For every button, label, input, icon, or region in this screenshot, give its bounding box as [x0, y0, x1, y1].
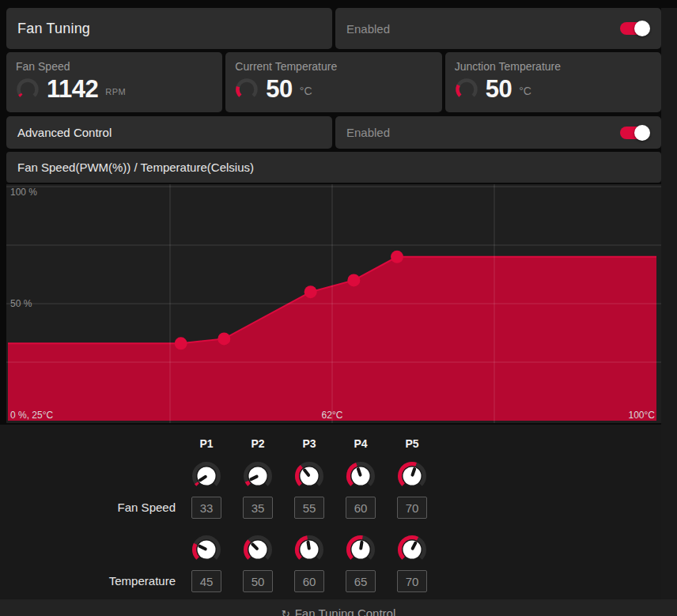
temperature-input-3[interactable]: [294, 570, 324, 592]
advanced-control-toggle[interactable]: [620, 127, 649, 139]
fan-curve-chart[interactable]: 100 %50 %0 %, 25°C62°C100°C: [6, 184, 661, 423]
point-labels-row: P1P2P3P4P5: [0, 437, 661, 452]
fan-speed-knob-5[interactable]: [396, 460, 428, 492]
temperature-knob-5[interactable]: [396, 534, 428, 565]
stat-value: 50: [266, 77, 292, 101]
chart-title: Fan Speed(PWM(%)) / Temperature(Celsius): [17, 161, 254, 174]
axis-tick-label: 0 %, 25°C: [10, 410, 53, 421]
fan-tuning-enable-card: Enabled: [335, 8, 661, 49]
fan-curve-chart-panel: 100 %50 %0 %, 25°C62°C100°C: [6, 184, 661, 423]
stat-card-junction-temperature: Junction Temperature 50 °C: [445, 52, 661, 112]
fan-speed-row-label: Fan Speed: [0, 501, 176, 514]
fan-speed-knob-4[interactable]: [345, 460, 376, 492]
junction-temperature-gauge-icon: [455, 77, 478, 101]
stat-label: Current Temperature: [235, 60, 441, 73]
footer-label: Fan Tuning Control: [295, 607, 396, 616]
stat-unit: °C: [519, 85, 531, 97]
point-label-P5: P5: [405, 437, 418, 450]
fan-speed-knob-3[interactable]: [293, 460, 325, 492]
curve-point-P4[interactable]: [347, 274, 360, 286]
fan-tuning-toggle[interactable]: [620, 22, 649, 35]
point-label-P3: P3: [302, 437, 316, 450]
scrollbar-track[interactable]: [661, 8, 677, 599]
fan-tuning-title-card: Fan Tuning: [6, 8, 332, 49]
fan-speed-input-1[interactable]: [191, 497, 221, 519]
temperature-value-row: Temperature: [0, 570, 661, 592]
fan-tuning-page: Fan Tuning Enabled Fan Speed 1142 RPM Cu…: [0, 0, 677, 616]
toggle-knob-icon: [634, 21, 650, 36]
toggle-knob-icon: [634, 125, 650, 141]
point-label-P2: P2: [251, 437, 264, 450]
temperature-input-2[interactable]: [243, 570, 273, 592]
fan-speed-value-row: Fan Speed: [0, 497, 661, 519]
reset-icon: ↻: [282, 608, 290, 616]
current-temperature-gauge-icon: [235, 77, 259, 101]
fan-speed-input-4[interactable]: [346, 497, 376, 519]
axis-tick-label: 50 %: [10, 298, 32, 309]
fan-speed-input-5[interactable]: [397, 497, 427, 519]
axis-tick-label: 62°C: [322, 410, 343, 421]
axis-tick-label: 100°C: [629, 410, 656, 421]
advanced-control-title-card: Advanced Control: [6, 116, 332, 149]
temperature-knob-row: [0, 534, 661, 565]
fan-tuning-enabled-label: Enabled: [346, 22, 390, 36]
curve-point-P2[interactable]: [217, 332, 230, 345]
curve-point-P5[interactable]: [391, 251, 403, 263]
page-title: Fan Tuning: [17, 21, 90, 37]
temperature-knob-3[interactable]: [293, 534, 325, 565]
fan-speed-knob-row: [0, 460, 661, 492]
curve-point-P3[interactable]: [304, 285, 317, 298]
footer-link[interactable]: ↻Fan Tuning Control: [0, 599, 677, 616]
curve-point-P1[interactable]: [175, 337, 187, 350]
advanced-control-label: Advanced Control: [17, 126, 112, 139]
fan-speed-gauge-icon: [16, 77, 40, 101]
fan-speed-knob-2[interactable]: [242, 460, 274, 492]
temperature-knob-2[interactable]: [242, 534, 274, 565]
temperature-input-5[interactable]: [397, 570, 427, 592]
fan-speed-input-3[interactable]: [294, 497, 324, 519]
stat-value: 1142: [47, 77, 98, 101]
stat-unit: RPM: [105, 87, 126, 96]
chart-header-card: Fan Speed(PWM(%)) / Temperature(Celsius): [6, 152, 661, 183]
stat-unit: °C: [300, 85, 312, 97]
point-label-P1: P1: [199, 437, 213, 450]
fan-tuning-header-row: Fan Tuning Enabled: [6, 8, 661, 49]
temperature-knob-1[interactable]: [191, 534, 222, 565]
temperature-row-label: Temperature: [0, 574, 176, 588]
temperature-input-1[interactable]: [191, 570, 221, 592]
stat-value: 50: [486, 77, 512, 101]
stat-card-fan-speed: Fan Speed 1142 RPM: [6, 52, 222, 112]
point-label-P4: P4: [354, 437, 367, 450]
fan-speed-input-2[interactable]: [243, 497, 273, 519]
stat-label: Junction Temperature: [455, 60, 661, 73]
stat-card-current-temperature: Current Temperature 50 °C: [225, 52, 441, 112]
advanced-control-enable-card: Enabled: [335, 116, 661, 149]
temperature-knob-4[interactable]: [345, 534, 376, 565]
advanced-control-enabled-label: Enabled: [346, 126, 390, 139]
advanced-control-row: Advanced Control Enabled: [6, 116, 661, 149]
stats-row: Fan Speed 1142 RPM Current Temperature 5…: [6, 52, 661, 112]
footer-bar: ↻Fan Tuning Control: [0, 599, 677, 616]
stat-label: Fan Speed: [16, 60, 222, 73]
curve-editor: P1P2P3P4P5 Fan Speed Temperature: [0, 425, 661, 599]
temperature-input-4[interactable]: [346, 570, 376, 592]
axis-tick-label: 100 %: [10, 187, 37, 198]
fan-speed-knob-1[interactable]: [191, 460, 222, 492]
